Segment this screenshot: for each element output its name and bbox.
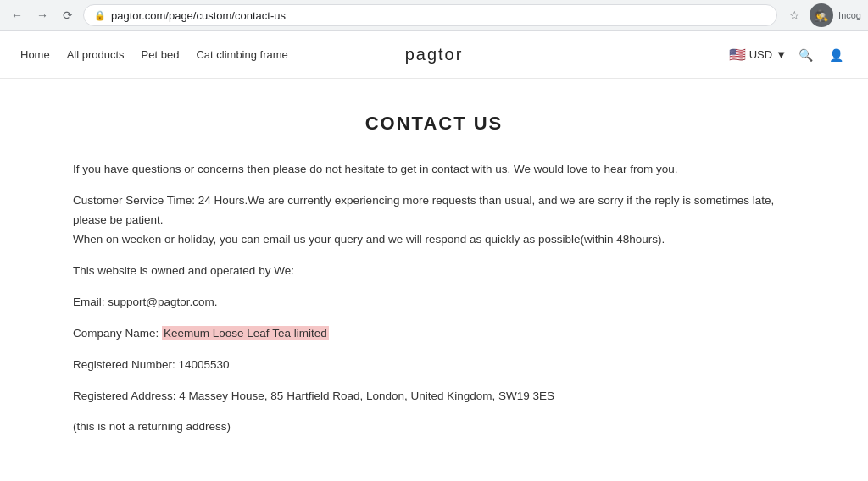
registered-address: Registered Address: 4 Massey House, 85 H… (73, 387, 795, 406)
back-button[interactable]: ← (7, 5, 27, 25)
intro-text: If you have questions or concerns then p… (73, 160, 795, 180)
nav-left: Home All products Pet bed Cat climbing f… (20, 48, 288, 61)
currency-selector[interactable]: 🇺🇸 USD ▼ (729, 47, 787, 63)
lock-icon: 🔒 (94, 10, 106, 21)
browser-chrome: ← → ⟳ 🔒 pagtor.com/page/custom/contact-u… (0, 0, 868, 31)
main-content: CONTACT US If you have questions or conc… (53, 79, 815, 481)
address-bar[interactable]: 🔒 pagtor.com/page/custom/contact-us (83, 4, 777, 26)
currency-chevron-icon: ▼ (776, 48, 787, 61)
search-button[interactable]: 🔍 (793, 43, 817, 67)
flag-icon: 🇺🇸 (729, 47, 746, 63)
nav-cat-climbing[interactable]: Cat climbing frame (196, 48, 287, 61)
content-section: If you have questions or concerns then p… (73, 160, 795, 437)
owned-by-text: This website is owned and operated by We… (73, 262, 795, 281)
nav-all-products[interactable]: All products (67, 48, 125, 61)
site-logo: pagtor (405, 45, 464, 64)
page-wrapper: Home All products Pet bed Cat climbing f… (0, 31, 868, 481)
return-note: (this is not a returning address) (73, 417, 795, 437)
incognito-badge: 🕵 (810, 3, 833, 27)
registered-number: Registered Number: 14005530 (73, 356, 795, 375)
page-title: CONTACT US (73, 113, 795, 135)
nav-home[interactable]: Home (20, 48, 50, 61)
site-nav: Home All products Pet bed Cat climbing f… (0, 31, 868, 79)
browser-toolbar: ← → ⟳ 🔒 pagtor.com/page/custom/contact-u… (0, 0, 868, 30)
company-text: Company Name: Keemum Loose Leaf Tea limi… (73, 324, 795, 344)
url-text: pagtor.com/page/custom/contact-us (111, 9, 286, 22)
account-button[interactable]: 👤 (824, 43, 848, 67)
forward-button[interactable]: → (32, 5, 53, 25)
email-text: Email: support@pagtor.com. (73, 293, 795, 312)
nav-right: 🇺🇸 USD ▼ 🔍 👤 (729, 43, 848, 67)
star-button[interactable]: ☆ (782, 3, 806, 27)
incog-label: Incog (838, 10, 861, 20)
browser-right-icons: ☆ 🕵 Incog (782, 3, 861, 27)
service-time-text: Customer Service Time: 24 Hours.We are c… (73, 191, 795, 250)
company-highlight: Keemum Loose Leaf Tea limited (162, 326, 329, 340)
reload-button[interactable]: ⟳ (58, 5, 78, 25)
currency-label: USD (749, 48, 772, 61)
nav-pet-bed[interactable]: Pet bed (142, 48, 180, 61)
